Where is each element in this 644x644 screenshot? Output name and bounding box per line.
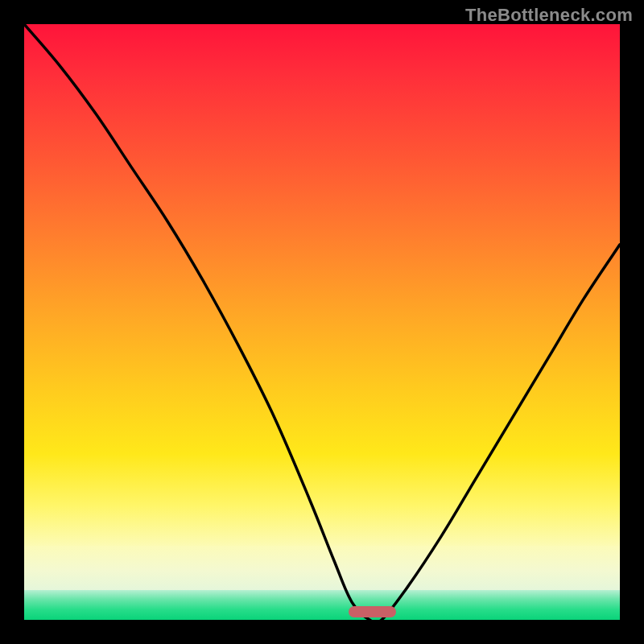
bottleneck-curve <box>24 24 620 620</box>
optimal-marker <box>349 606 396 617</box>
plot-area <box>24 24 620 620</box>
chart-frame: TheBottleneck.com <box>0 0 644 644</box>
watermark-text: TheBottleneck.com <box>465 5 633 26</box>
